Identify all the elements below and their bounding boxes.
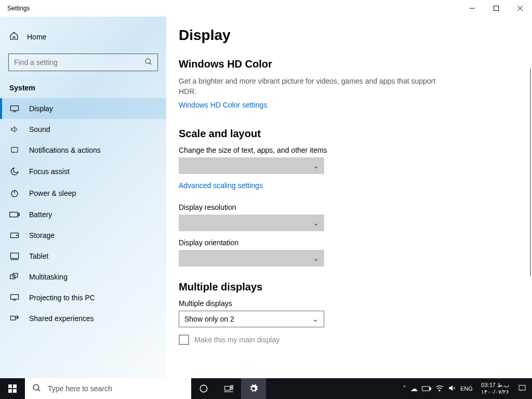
search-input[interactable] <box>8 54 158 71</box>
settings-taskbar-button[interactable] <box>241 378 266 399</box>
sidebar-item-notifications[interactable]: Notifications & actions <box>0 140 166 161</box>
home-label: Home <box>27 33 46 41</box>
sidebar-item-tablet[interactable]: Tablet <box>0 246 166 267</box>
svg-rect-12 <box>10 212 18 217</box>
minimize-button[interactable] <box>460 0 484 17</box>
sidebar: Home System Display Sound Notifications … <box>0 17 166 378</box>
svg-point-15 <box>17 235 18 236</box>
sidebar-item-label: Power & sleep <box>29 189 76 197</box>
sidebar-item-power-sleep[interactable]: Power & sleep <box>0 182 166 204</box>
hd-color-description: Get a brighter and more vibrant picture … <box>179 76 438 97</box>
sidebar-item-shared-experiences[interactable]: Shared experiences <box>0 308 166 329</box>
close-button[interactable] <box>508 0 532 17</box>
svg-marker-8 <box>11 127 15 132</box>
svg-rect-18 <box>10 275 15 279</box>
multiple-displays-dropdown[interactable]: Show only on 2 ⌄ <box>179 311 324 327</box>
hd-color-settings-link[interactable]: Windows HD Color settings <box>179 101 267 109</box>
multiple-displays-heading: Multiple displays <box>179 281 532 293</box>
chevron-down-icon: ⌄ <box>313 254 319 262</box>
sidebar-nav: Display Sound Notifications & actions Fo… <box>0 98 166 329</box>
orientation-label: Display orientation <box>179 238 532 247</box>
display-icon <box>9 105 20 112</box>
page-title: Display <box>179 27 532 44</box>
sidebar-item-storage[interactable]: Storage <box>0 225 166 246</box>
sidebar-item-label: Multitasking <box>29 273 68 281</box>
svg-line-5 <box>150 63 151 64</box>
text-size-label: Change the size of text, apps, and other… <box>179 146 532 154</box>
sidebar-item-label: Sound <box>29 125 50 134</box>
resolution-dropdown[interactable]: ⌄ <box>179 215 324 231</box>
sidebar-item-label: Shared experiences <box>29 314 94 323</box>
cortana-button[interactable] <box>191 378 216 399</box>
resolution-label: Display resolution <box>179 203 532 211</box>
search-icon <box>144 58 153 68</box>
svg-rect-35 <box>430 388 431 390</box>
tray-chevron-up-icon[interactable]: ˄ <box>403 384 406 393</box>
sidebar-item-label: Notifications & actions <box>29 146 101 154</box>
svg-rect-23 <box>8 384 12 388</box>
sidebar-item-sound[interactable]: Sound <box>0 119 166 140</box>
orientation-dropdown[interactable]: ⌄ <box>179 250 324 267</box>
sound-icon <box>9 125 20 134</box>
task-view-button[interactable] <box>216 378 241 399</box>
sidebar-item-label: Storage <box>29 231 55 240</box>
storage-icon <box>9 232 20 239</box>
svg-marker-37 <box>449 385 453 390</box>
sidebar-item-label: Tablet <box>29 252 48 260</box>
svg-rect-30 <box>225 387 231 391</box>
svg-point-4 <box>145 59 150 63</box>
projecting-icon <box>9 294 20 302</box>
language-indicator[interactable]: ENG <box>460 385 473 392</box>
chevron-down-icon: ⌄ <box>313 219 319 227</box>
sidebar-section-header: System <box>0 81 166 98</box>
svg-rect-19 <box>13 273 18 277</box>
main-display-checkbox[interactable] <box>179 335 189 345</box>
titlebar: Settings <box>0 0 532 17</box>
svg-rect-26 <box>13 389 17 393</box>
home-button[interactable]: Home <box>0 26 166 47</box>
content-pane: Display Windows HD Color Get a brighter … <box>166 17 532 378</box>
advanced-scaling-link[interactable]: Advanced scaling settings <box>179 181 263 190</box>
action-center-icon[interactable] <box>517 384 527 394</box>
main-display-label: Make this my main display <box>194 336 280 344</box>
taskbar-search[interactable]: Type here to search <box>25 378 191 399</box>
volume-icon[interactable] <box>448 384 456 393</box>
wifi-icon[interactable] <box>435 384 444 393</box>
onedrive-icon[interactable]: ☁ <box>410 384 418 393</box>
battery-tray-icon[interactable] <box>422 384 431 393</box>
svg-rect-21 <box>11 316 16 321</box>
scale-heading: Scale and layout <box>179 128 532 140</box>
sidebar-item-battery[interactable]: Battery <box>0 204 166 225</box>
svg-rect-16 <box>11 253 19 259</box>
chevron-down-icon: ⌄ <box>313 162 319 170</box>
tablet-icon <box>9 252 20 260</box>
svg-point-36 <box>439 390 440 391</box>
sidebar-item-label: Display <box>29 104 53 113</box>
multiple-displays-value: Show only on 2 <box>184 315 234 323</box>
svg-rect-25 <box>8 389 12 393</box>
sidebar-item-multitasking[interactable]: Multitasking <box>0 267 166 287</box>
sidebar-item-focus-assist[interactable]: Focus assist <box>0 161 166 182</box>
sidebar-item-display[interactable]: Display <box>0 98 166 119</box>
svg-line-28 <box>38 389 40 391</box>
svg-rect-13 <box>18 214 19 216</box>
battery-icon <box>9 211 20 218</box>
text-size-dropdown[interactable]: ⌄ <box>179 157 324 174</box>
svg-rect-33 <box>231 388 233 390</box>
svg-rect-34 <box>422 387 430 391</box>
svg-rect-9 <box>11 148 18 152</box>
sidebar-item-projecting[interactable]: Projecting to this PC <box>0 287 166 308</box>
clock[interactable]: 03:17 ب.ظ ۱۴۰۰/۰۷/۲۶ <box>477 382 513 395</box>
window-title: Settings <box>0 5 30 12</box>
search-icon <box>32 383 42 394</box>
multiple-displays-label: Multiple displays <box>179 299 532 308</box>
search-field[interactable] <box>8 54 158 71</box>
svg-rect-32 <box>231 385 233 387</box>
sidebar-item-label: Battery <box>29 210 52 219</box>
svg-point-27 <box>33 384 39 390</box>
svg-rect-24 <box>13 384 17 388</box>
home-icon <box>9 31 19 42</box>
start-button[interactable] <box>0 378 25 399</box>
scrollbar[interactable] <box>530 69 531 276</box>
maximize-button[interactable] <box>484 0 508 17</box>
